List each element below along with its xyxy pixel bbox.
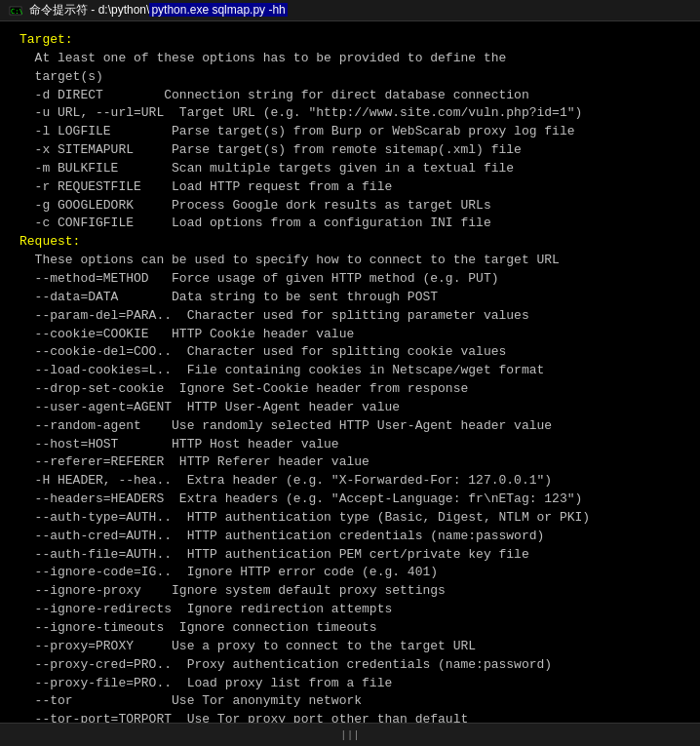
terminal-line: --ignore-code=IG.. Ignore HTTP error cod…: [19, 564, 681, 582]
terminal-line: --tor-port=TORPORT Use Tor proxy port ot…: [19, 711, 681, 723]
title-bar: C:\ 命令提示符 - d:\python\python.exe sqlmap.…: [0, 0, 700, 21]
terminal-line: --headers=HEADERS Extra headers (e.g. "A…: [19, 491, 681, 509]
terminal-line: --random-agent Use randomly selected HTT…: [19, 417, 681, 436]
terminal-line: --method=METHOD Force usage of given HTT…: [19, 270, 681, 289]
terminal-line: --param-del=PARA.. Character used for sp…: [19, 307, 681, 326]
terminal-line: --drop-set-cookie Ignore Set-Cookie head…: [19, 380, 681, 399]
terminal-line: --data=DATA Data string to be sent throu…: [19, 289, 681, 307]
title-bar-text: 命令提示符 - d:\python\python.exe sqlmap.py -…: [29, 2, 288, 19]
terminal-line: --auth-type=AUTH.. HTTP authentication t…: [19, 509, 681, 528]
cmd-icon: C:\: [8, 3, 23, 19]
terminal-line: --load-cookies=L.. File containing cooki…: [19, 362, 681, 380]
terminal-line: -x SITEMAPURL Parse target(s) from remot…: [19, 141, 681, 160]
terminal-line: --host=HOST HTTP Host header value: [19, 436, 681, 454]
terminal-line: Target:: [19, 31, 681, 50]
terminal-line: --auth-file=AUTH.. HTTP authentication P…: [19, 546, 681, 565]
terminal-line: -g GOOGLEDORK Process Google dork result…: [19, 197, 681, 216]
terminal-line: -l LOGFILE Parse target(s) from Burp or …: [19, 123, 681, 141]
terminal-line: -c CONFIGFILE Load options from a config…: [19, 215, 681, 233]
terminal-line: --tor Use Tor anonymity network: [19, 692, 681, 711]
terminal-line: At least one of these options has to be …: [19, 50, 681, 68]
terminal-line: -d DIRECT Connection string for direct d…: [19, 87, 681, 105]
svg-text:C:\: C:\: [11, 8, 22, 16]
terminal-line: --user-agent=AGENT HTTP User-Agent heade…: [19, 399, 681, 417]
terminal-line: --proxy-file=PRO.. Load proxy list from …: [19, 675, 681, 693]
terminal-line: --cookie=COOKIE HTTP Cookie header value: [19, 326, 681, 344]
terminal-line: -m BULKFILE Scan multiple targets given …: [19, 160, 681, 178]
terminal-line: --ignore-proxy Ignore system default pro…: [19, 582, 681, 601]
terminal-line: These options can be used to specify how…: [19, 252, 681, 270]
terminal-line: --referer=REFERER HTTP Referer header va…: [19, 453, 681, 472]
taskbar-dots: |||: [340, 729, 360, 741]
terminal-line: -H HEADER, --hea.. Extra header (e.g. "X…: [19, 472, 681, 491]
terminal-line: --proxy=PROXY Use a proxy to connect to …: [19, 638, 681, 656]
taskbar: |||: [0, 723, 700, 746]
window: C:\ 命令提示符 - d:\python\python.exe sqlmap.…: [0, 0, 700, 746]
terminal-line: --cookie-del=COO.. Character used for sp…: [19, 343, 681, 362]
terminal-line: --proxy-cred=PRO.. Proxy authentication …: [19, 656, 681, 675]
terminal-line: -u URL, --url=URL Target URL (e.g. "http…: [19, 104, 681, 123]
terminal-line: -r REQUESTFILE Load HTTP request from a …: [19, 178, 681, 197]
terminal-line: target(s): [19, 68, 681, 87]
terminal: Target: At least one of these options ha…: [0, 21, 700, 723]
terminal-line: --ignore-timeouts Ignore connection time…: [19, 619, 681, 638]
terminal-line: Request:: [19, 233, 681, 252]
terminal-line: --auth-cred=AUTH.. HTTP authentication c…: [19, 528, 681, 546]
terminal-line: --ignore-redirects Ignore redirection at…: [19, 601, 681, 619]
